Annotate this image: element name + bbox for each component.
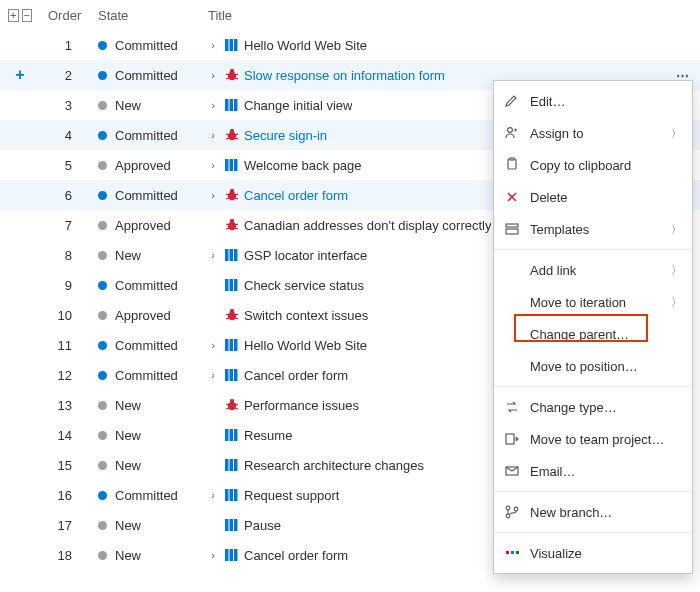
copy-icon [504,157,520,173]
menu-templates[interactable]: Templates 〉 [494,213,692,245]
collapse-all-icon[interactable]: − [22,9,33,22]
state-cell: Committed [90,338,200,353]
state-cell: Committed [90,278,200,293]
chevron-right-icon: 〉 [671,222,682,237]
work-item-title[interactable]: Cancel order form [244,188,348,203]
order-cell: 14 [40,428,90,443]
menu-separator [494,491,692,492]
menu-new-branch[interactable]: New branch… [494,496,692,528]
bug-icon [224,308,238,322]
state-cell: New [90,548,200,563]
col-title[interactable]: Title [200,8,700,23]
menu-copy[interactable]: Copy to clipboard [494,149,692,181]
state-dot-icon [98,251,107,260]
work-item-title[interactable]: Performance issues [244,398,359,413]
chevron-right-icon[interactable]: › [208,69,218,81]
work-item-title[interactable]: Slow response on information form [244,68,445,83]
state-dot-icon [98,521,107,530]
state-dot-icon [98,491,107,500]
menu-edit[interactable]: Edit… [494,85,692,117]
backlog-item-icon [224,158,238,172]
backlog-item-icon [224,38,238,52]
chevron-right-icon[interactable]: › [208,339,218,351]
table-header: + − Order State Title [0,0,700,30]
chevron-right-icon[interactable]: › [208,129,218,141]
chevron-right-icon[interactable]: › [208,249,218,261]
state-dot-icon [98,41,107,50]
col-order[interactable]: Order [40,8,90,23]
work-item-title[interactable]: Cancel order form [244,548,348,563]
menu-add-link[interactable]: Add link 〉 [494,254,692,286]
menu-move-iteration[interactable]: Move to iteration 〉 [494,286,692,318]
state-dot-icon [98,341,107,350]
order-cell: 15 [40,458,90,473]
state-dot-icon [98,131,107,140]
state-cell: New [90,458,200,473]
pencil-icon [504,93,520,109]
chevron-right-icon[interactable]: › [208,549,218,561]
col-state[interactable]: State [90,8,200,23]
context-menu: Edit… Assign to 〉 Copy to clipboard Dele… [493,80,693,574]
work-item-title[interactable]: Switch context issues [244,308,368,323]
backlog-item-icon [224,278,238,292]
backlog-item-icon [224,428,238,442]
work-item-title[interactable]: Check service status [244,278,364,293]
svg-point-16 [506,506,510,510]
menu-move-position[interactable]: Move to position… [494,350,692,382]
state-text: New [115,248,141,263]
state-dot-icon [98,371,107,380]
table-row[interactable]: 1Committed›Hello World Web Site [0,30,700,60]
backlog-item-icon [224,518,238,532]
chevron-right-icon[interactable]: › [208,369,218,381]
add-child-icon[interactable]: + [15,66,24,84]
state-text: New [115,428,141,443]
backlog-item-icon [224,248,238,262]
expand-all-icon[interactable]: + [8,9,19,22]
menu-assign-to[interactable]: Assign to 〉 [494,117,692,149]
state-dot-icon [98,161,107,170]
work-item-title[interactable]: Welcome back page [244,158,362,173]
chevron-right-icon[interactable]: › [208,99,218,111]
state-cell: Approved [90,308,200,323]
swap-icon [504,399,520,415]
work-item-title[interactable]: Resume [244,428,292,443]
chevron-right-icon[interactable]: › [208,189,218,201]
chevron-right-icon[interactable]: › [208,39,218,51]
menu-visualize[interactable]: Visualize [494,537,692,569]
row-gutter: + [0,66,40,84]
order-cell: 16 [40,488,90,503]
work-item-title[interactable]: Canadian addresses don't display correct… [244,218,491,233]
work-item-title[interactable]: Request support [244,488,339,503]
menu-delete[interactable]: Delete [494,181,692,213]
menu-email[interactable]: Email… [494,455,692,487]
menu-separator [494,532,692,533]
state-dot-icon [98,431,107,440]
state-cell: Approved [90,158,200,173]
svg-rect-13 [506,229,518,234]
work-item-title[interactable]: Change initial view [244,98,352,113]
work-item-title[interactable]: Secure sign-in [244,128,327,143]
order-cell: 4 [40,128,90,143]
menu-separator [494,249,692,250]
menu-change-type[interactable]: Change type… [494,391,692,423]
menu-move-team-project[interactable]: Move to team project… [494,423,692,455]
state-cell: New [90,248,200,263]
work-item-title[interactable]: Pause [244,518,281,533]
work-item-title[interactable]: GSP locator interface [244,248,367,263]
state-cell: Committed [90,68,200,83]
state-text: Committed [115,368,178,383]
chevron-right-icon[interactable]: › [208,159,218,171]
order-cell: 2 [40,68,90,83]
state-text: Approved [115,158,171,173]
state-cell: Committed [90,488,200,503]
chevron-right-icon[interactable]: › [208,489,218,501]
state-dot-icon [98,71,107,80]
work-item-title[interactable]: Cancel order form [244,368,348,383]
menu-change-parent[interactable]: Change parent… [494,318,692,350]
work-item-title[interactable]: Hello World Web Site [244,38,367,53]
title-cell[interactable]: ›Hello World Web Site [200,38,666,53]
bug-icon [224,218,238,232]
order-cell: 18 [40,548,90,563]
work-item-title[interactable]: Research architecture changes [244,458,424,473]
work-item-title[interactable]: Hello World Web Site [244,338,367,353]
